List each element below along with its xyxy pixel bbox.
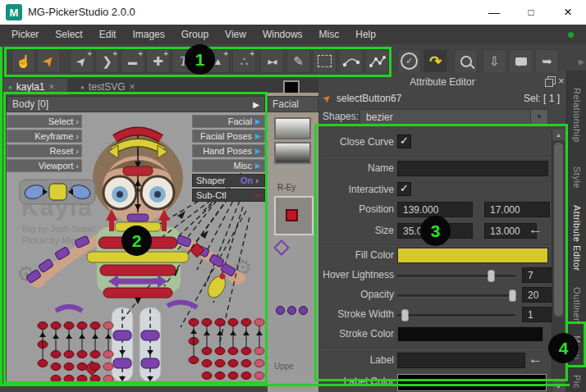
shaper-toggle[interactable]: ShaperOn› xyxy=(192,174,265,187)
misc-button[interactable]: Misc▶ xyxy=(192,159,265,172)
add-move-button[interactable]: ✚+ xyxy=(146,49,170,73)
swap-button[interactable]: ↷ xyxy=(423,49,447,73)
hip-control[interactable] xyxy=(103,288,172,298)
dock-icon[interactable] xyxy=(545,79,553,87)
keyframe-menu-button[interactable]: Keyframe› xyxy=(7,130,82,143)
swap-arrow-icon: ↷ xyxy=(429,52,442,71)
hover-lightness-slider[interactable] xyxy=(397,275,515,278)
side-tab-picker[interactable]: Pic xyxy=(567,371,586,392)
left-finger-grid[interactable] xyxy=(38,322,113,383)
mouth-control-dot[interactable] xyxy=(287,306,296,315)
forehead-control[interactable] xyxy=(123,166,153,175)
eyedropper-button[interactable]: ✎ xyxy=(286,49,310,73)
scroll-down-button[interactable]: ▼ xyxy=(552,381,565,392)
side-tab-style[interactable]: Style xyxy=(567,159,586,195)
select-tool-button[interactable]: ➤ xyxy=(37,49,61,73)
side-tab-attribute-editor[interactable]: Attribute Editor xyxy=(567,198,586,277)
diamond-control[interactable] xyxy=(273,239,290,256)
menu-item-help[interactable]: Help xyxy=(347,25,384,44)
mouth-control-dot[interactable] xyxy=(299,306,308,315)
body-panel-header[interactable]: Body [0] ▶ xyxy=(7,96,265,112)
stroke-color-swatch[interactable] xyxy=(397,326,543,342)
stroke-width-handle[interactable] xyxy=(401,309,409,321)
menu-item-images[interactable]: Images xyxy=(124,25,172,44)
add-select-button[interactable]: ➤+ xyxy=(70,49,94,73)
curve-tool-button[interactable] xyxy=(339,49,363,73)
menu-item-picker[interactable]: Picker xyxy=(3,25,47,44)
polyline-tool-button[interactable] xyxy=(365,49,389,73)
stroke-width-value[interactable] xyxy=(522,307,552,322)
tab-close-icon[interactable]: × xyxy=(130,81,135,93)
panel-expand-icon[interactable]: ▶ xyxy=(253,100,259,109)
scrollbar-thumb[interactable] xyxy=(554,143,563,317)
hover-lightness-handle[interactable] xyxy=(488,270,495,282)
body-panel-title: Body [0] xyxy=(12,98,48,110)
tab-close-icon[interactable]: × xyxy=(49,81,55,93)
tab-label: kayla1 xyxy=(16,81,45,93)
minimize-button[interactable]: — xyxy=(476,0,512,25)
hand-tool-button[interactable]: ☝ xyxy=(11,49,35,73)
tab-kayla1[interactable]: ● kayla1 × xyxy=(3,79,67,95)
mouth-control-dot[interactable] xyxy=(276,306,285,315)
opacity-handle[interactable] xyxy=(509,289,516,302)
maximize-button[interactable]: □ xyxy=(513,0,549,25)
label-field[interactable] xyxy=(397,353,525,368)
facial-panel-header[interactable]: Facial xyxy=(268,96,318,112)
subctl-toggle[interactable]: Sub-Ctlon xyxy=(192,189,265,202)
hand-poses-button[interactable]: Hand Poses▶ xyxy=(192,144,265,157)
menu-item-misc[interactable]: Misc xyxy=(311,25,348,44)
side-tab-outliner[interactable]: Outliner xyxy=(567,282,586,326)
eye-control-button[interactable] xyxy=(286,209,298,221)
menu-item-edit[interactable]: Edit xyxy=(91,25,125,44)
opacity-value[interactable] xyxy=(522,287,552,303)
facial-button[interactable]: Facial▶ xyxy=(192,115,265,128)
menu-item-view[interactable]: View xyxy=(217,25,254,44)
export-button[interactable]: ➥ xyxy=(535,49,559,73)
fill-color-swatch[interactable] xyxy=(397,248,548,263)
interactive-checkbox[interactable]: ✓ xyxy=(397,182,411,196)
size-reset-button[interactable]: ← xyxy=(529,221,543,238)
label-color-swatch[interactable] xyxy=(397,374,547,391)
close-curve-label: Close Curve xyxy=(318,136,394,148)
right-finger-grid[interactable] xyxy=(189,319,264,380)
curve-icon xyxy=(343,56,359,67)
import-icon: ⇩ xyxy=(489,54,500,69)
panel-close-icon[interactable]: × xyxy=(558,75,565,87)
close-curve-checkbox[interactable]: ✓ xyxy=(397,134,411,148)
viewport-menu-button[interactable]: Viewport› xyxy=(7,159,82,172)
name-field[interactable] xyxy=(397,161,548,176)
close-button[interactable]: × xyxy=(550,0,586,25)
dots-plus-icon: ∴ xyxy=(240,54,249,69)
stroke-color-label: Stroke Color xyxy=(318,328,394,340)
add-dots-button[interactable]: ∴+ xyxy=(232,49,256,73)
stroke-width-slider[interactable] xyxy=(397,314,515,317)
gradient-swatch[interactable] xyxy=(274,117,311,139)
chin-control[interactable] xyxy=(127,214,149,221)
menu-item-windows[interactable]: Windows xyxy=(254,25,311,44)
scroll-up-button[interactable]: ▲ xyxy=(552,130,565,140)
hover-lightness-value[interactable] xyxy=(522,267,552,283)
opacity-slider[interactable] xyxy=(397,294,515,298)
marquee-tool-button[interactable] xyxy=(313,49,336,73)
reset-menu-button[interactable]: Reset› xyxy=(7,144,82,157)
select-menu-button[interactable]: Select› xyxy=(7,115,82,128)
add-chevron-button[interactable]: ❯+ xyxy=(95,49,119,73)
position-y-field[interactable] xyxy=(484,202,550,217)
menu-item-select[interactable]: Select xyxy=(47,25,90,44)
mirror-tool-button[interactable]: ▸◂ xyxy=(260,49,284,73)
facial-poses-button[interactable]: Facial Poses▶ xyxy=(192,130,265,143)
import-button[interactable]: ⇩ xyxy=(483,49,506,73)
eye-controls[interactable] xyxy=(20,180,95,204)
gradient-swatch[interactable] xyxy=(274,142,311,164)
menu-item-group[interactable]: Group xyxy=(173,25,217,44)
search-button[interactable] xyxy=(454,49,478,73)
tab-testsvg[interactable]: ● testSVG × xyxy=(76,79,141,95)
dropdown-arrow-icon[interactable]: ▼ xyxy=(530,109,548,125)
side-tab-relationship[interactable]: Relationship xyxy=(567,75,586,154)
label-reset-button[interactable]: ← xyxy=(529,351,543,367)
add-pill-button[interactable]: ▬+ xyxy=(121,49,144,73)
validate-button[interactable]: ✓ xyxy=(397,49,421,73)
shapes-dropdown[interactable]: bezier xyxy=(359,109,548,125)
comment-button[interactable] xyxy=(509,49,533,73)
extra-tool-button[interactable]: ▸ xyxy=(570,49,586,73)
